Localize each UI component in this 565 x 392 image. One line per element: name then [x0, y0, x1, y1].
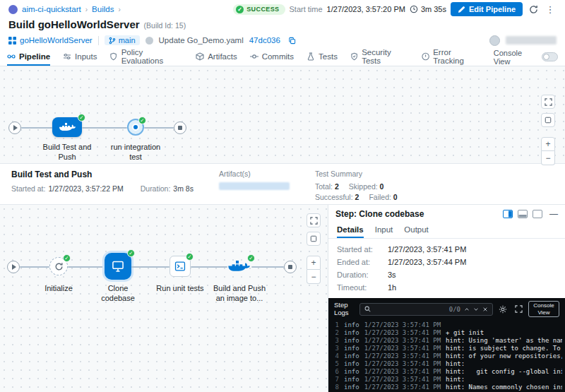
log-text: hint: Using 'master' as the name for th — [446, 337, 562, 345]
log-timestamp: 1/27/2023 3:57:41 PM — [364, 352, 441, 360]
project-icon — [8, 5, 18, 14]
log-line-number: 5 — [333, 360, 339, 368]
test-summary-row: Successful: 2 Failed: 0 — [315, 193, 398, 201]
play-icon — [13, 125, 18, 131]
success-check-icon: ✓ — [186, 253, 194, 261]
log-line-number: 6 — [333, 368, 339, 376]
tab-error-tracking[interactable]: Error Tracking — [422, 48, 481, 66]
tab-inputs[interactable]: Inputs — [63, 48, 97, 66]
canvas-fit-button[interactable] — [541, 113, 555, 127]
user-avatar[interactable] — [489, 35, 500, 46]
tab-commits[interactable]: Commits — [250, 48, 294, 66]
step-label: Build and Push an image to... — [209, 284, 270, 304]
console-view-switch[interactable] — [542, 52, 558, 61]
more-options-icon[interactable]: ⋮ — [544, 3, 557, 16]
search-prev-icon[interactable] — [464, 307, 470, 312]
pipeline-end-node[interactable] — [174, 121, 186, 134]
breadcrumb-builds[interactable]: Builds — [92, 5, 114, 13]
breadcrumb-project[interactable]: aim-ci-quickstart — [22, 5, 81, 13]
log-line: 1 info 1/27/2023 3:57:41 PM — [333, 321, 562, 329]
log-line: 4 info 1/27/2023 3:57:41 PM hint: of you… — [333, 352, 562, 360]
log-line: 2 info 1/27/2023 3:57:41 PM + git init — [333, 329, 562, 337]
docker-whale-icon — [59, 121, 76, 133]
stage-start-node[interactable] — [7, 261, 20, 273]
tab-details[interactable]: Details — [337, 222, 364, 238]
edit-pipeline-button[interactable]: Edit Pipeline — [451, 2, 523, 16]
stage-node-build-test-push[interactable]: ✓ — [52, 117, 82, 137]
stage-node-run-integration-test[interactable]: ✓ — [127, 119, 144, 136]
log-settings-gear-icon[interactable] — [497, 304, 509, 315]
step-graph-canvas[interactable]: ✓ Initialize ✓ Clone codebase ✓ Run unit… — [0, 205, 328, 392]
step-label: Initialize — [37, 284, 81, 294]
artifacts-label: Artifact(s) — [219, 170, 290, 178]
search-icon — [364, 306, 371, 312]
log-line: 3 info 1/27/2023 3:57:41 PM hint: Using … — [333, 337, 562, 345]
log-lines: 1 info 1/27/2023 3:57:41 PM 2 info 1/27/… — [328, 320, 565, 392]
play-icon — [12, 264, 16, 270]
canvas-fullscreen-button[interactable] — [541, 95, 555, 109]
log-level: info — [344, 345, 359, 352]
zoom-out-button[interactable]: − — [541, 151, 555, 165]
zoom-in-button[interactable]: + — [307, 256, 321, 270]
log-line: 3 info 1/27/2023 3:57:41 PM hint: is sub… — [333, 345, 562, 352]
artifact-link-redacted[interactable] — [219, 182, 290, 190]
commit-hash-link[interactable]: 47dc036 — [249, 36, 280, 44]
canvas-fit-button[interactable] — [307, 232, 321, 246]
start-time-label: Start time — [290, 5, 323, 13]
tab-security-tests[interactable]: Security Tests — [350, 48, 409, 66]
console-view-label: Console View — [494, 49, 538, 66]
minimize-icon[interactable]: — — [549, 209, 558, 219]
monitor-icon — [111, 260, 125, 273]
flask-icon — [307, 52, 315, 61]
step-node-clone-codebase[interactable]: ✓ — [105, 253, 131, 280]
step-details-panel: Step: Clone codebase — Details Input Out… — [328, 205, 565, 392]
tab-artifacts[interactable]: Artifacts — [196, 48, 237, 66]
log-fullscreen-icon[interactable] — [513, 304, 524, 315]
log-timestamp: 1/27/2023 3:57:41 PM — [364, 345, 441, 352]
alert-circle-icon — [422, 52, 429, 61]
grid-icon — [8, 37, 16, 44]
refresh-icon[interactable] — [527, 3, 540, 16]
layout-split-right-icon[interactable] — [502, 210, 513, 219]
tab-pipeline[interactable]: Pipeline — [7, 48, 50, 66]
copy-icon[interactable] — [286, 34, 299, 47]
log-line: 7 info 1/27/2023 3:57:41 PM hint: — [333, 376, 562, 384]
clock-icon — [410, 5, 418, 13]
shield-check-icon — [350, 52, 358, 61]
step-node-run-unit-tests[interactable]: ✓ — [170, 256, 191, 277]
canvas-fullscreen-button[interactable] — [307, 213, 321, 227]
layout-split-bottom-icon[interactable] — [517, 210, 528, 219]
detail-label: Duration: — [337, 271, 388, 279]
branch-chip[interactable]: main — [105, 35, 140, 45]
step-node-initialize[interactable]: ✓ — [49, 257, 68, 275]
shield-icon — [109, 52, 117, 61]
zoom-out-button[interactable]: − — [307, 270, 321, 284]
tab-policy-evaluations[interactable]: Policy Evaluations — [109, 48, 183, 66]
stage-end-node[interactable] — [284, 261, 297, 273]
log-timestamp: 1/27/2023 3:57:41 PM — [364, 360, 441, 368]
detail-value: 1/27/2023, 3:57:41 PM — [388, 245, 557, 254]
elapsed-time: 3m 35s — [410, 5, 446, 13]
zoom-in-button[interactable]: + — [541, 137, 555, 151]
step-node-build-push-image[interactable]: ✓ — [227, 258, 251, 276]
tab-output[interactable]: Output — [404, 222, 429, 238]
connector — [21, 127, 52, 129]
search-next-icon[interactable] — [473, 307, 479, 312]
pipeline-start-node[interactable] — [8, 121, 21, 134]
console-view-button[interactable]: Console View — [528, 301, 559, 317]
search-count: 0/0 — [449, 306, 460, 313]
log-line-number: 7 — [333, 376, 339, 384]
success-check-icon: ✓ — [138, 117, 146, 124]
layout-full-icon[interactable] — [532, 210, 542, 219]
tab-input[interactable]: Input — [375, 222, 393, 238]
stage-info-title: Build Test and Push — [11, 170, 194, 179]
divider — [98, 36, 99, 45]
repo-chip[interactable]: goHelloWorldServer — [8, 36, 93, 44]
log-text: hint: is subject to change. To configu — [446, 345, 562, 352]
commit-message[interactable]: Update Go_Demo.yaml — [159, 36, 244, 44]
tab-tests[interactable]: Tests — [307, 48, 338, 66]
log-search-box[interactable]: 0/0 — [359, 303, 493, 316]
search-close-icon[interactable] — [482, 307, 488, 312]
breadcrumb-separator: › — [85, 6, 88, 13]
stage-graph-canvas[interactable]: ✓ Build Test and Push ✓ run integration … — [0, 66, 565, 164]
